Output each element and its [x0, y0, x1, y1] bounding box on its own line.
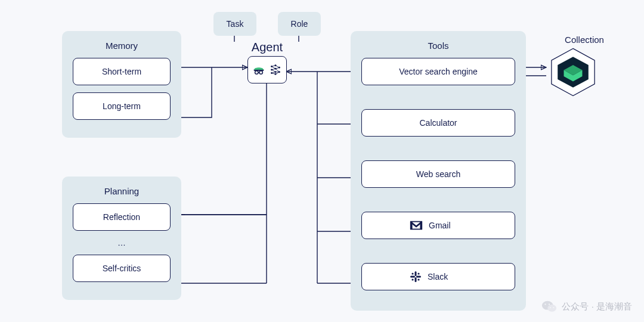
svg-rect-33 [410, 222, 413, 230]
tool-calculator: Calculator [361, 109, 515, 137]
tool-label: Vector search engine [399, 67, 478, 76]
agent-node [247, 56, 287, 83]
svg-rect-9 [254, 70, 264, 71]
svg-point-49 [550, 307, 551, 308]
agent-label: Agent [249, 41, 285, 54]
svg-point-40 [417, 273, 419, 274]
wechat-icon [541, 299, 557, 314]
gmail-icon [410, 220, 423, 231]
neural-net-icon [269, 63, 282, 76]
watermark-text: 公众号 · 是海潮音 [562, 301, 632, 312]
collection-title: Collection [549, 35, 620, 45]
weaviate-icon [547, 47, 599, 98]
memory-item-label: Long-term [103, 101, 141, 111]
svg-point-27 [275, 64, 277, 66]
tool-slack: Slack [361, 263, 515, 290]
memory-item-short-term: Short-term [73, 58, 171, 85]
tool-gmail: Gmail [361, 212, 515, 239]
svg-point-32 [278, 71, 280, 73]
svg-point-39 [411, 273, 413, 274]
watermark: 公众号 · 是海潮音 [541, 299, 632, 314]
svg-point-25 [271, 69, 273, 71]
svg-point-50 [553, 307, 555, 308]
memory-item-label: Short-term [102, 67, 141, 76]
slack-icon [410, 271, 422, 283]
tool-label: Slack [428, 272, 448, 281]
tool-label: Gmail [429, 221, 451, 230]
svg-point-46 [548, 305, 557, 312]
svg-rect-36 [415, 277, 417, 282]
tool-web-search: Web search [361, 160, 515, 188]
svg-point-30 [275, 73, 277, 75]
svg-point-26 [271, 72, 273, 74]
svg-point-48 [549, 304, 550, 305]
planning-item-self-critics: Self-critics [73, 255, 171, 282]
svg-point-41 [411, 278, 413, 280]
memory-panel: Memory Short-term Long-term [62, 31, 181, 138]
svg-point-42 [417, 278, 419, 280]
planning-item-reflection: Reflection [73, 203, 171, 231]
svg-point-29 [275, 71, 277, 73]
svg-point-31 [278, 67, 280, 69]
detective-icon [252, 63, 265, 76]
tool-label: Web search [416, 169, 460, 179]
task-chip: Task [213, 12, 256, 36]
tool-label: Calculator [419, 118, 457, 128]
role-chip: Role [278, 12, 321, 36]
svg-point-28 [275, 68, 277, 70]
tools-title: Tools [359, 41, 518, 51]
svg-point-10 [255, 71, 259, 75]
planning-panel: Planning Reflection … Self-critics [62, 177, 181, 300]
planning-ellipsis: … [70, 238, 173, 247]
svg-rect-34 [420, 222, 422, 230]
svg-rect-35 [415, 271, 417, 276]
memory-item-long-term: Long-term [73, 92, 171, 120]
svg-rect-37 [410, 276, 415, 278]
svg-rect-38 [416, 276, 421, 278]
role-chip-label: Role [291, 19, 308, 29]
planning-item-label: Reflection [103, 212, 140, 222]
memory-title: Memory [70, 41, 173, 51]
planning-title: Planning [70, 186, 173, 196]
svg-point-11 [259, 71, 263, 75]
tools-panel: Tools Vector search engine Calculator We… [351, 31, 526, 311]
svg-point-24 [271, 66, 273, 67]
svg-point-47 [545, 304, 546, 305]
task-chip-label: Task [227, 19, 244, 29]
planning-item-label: Self-critics [103, 264, 141, 273]
tool-vector-search: Vector search engine [361, 58, 515, 85]
collection-hexagon [547, 47, 599, 98]
